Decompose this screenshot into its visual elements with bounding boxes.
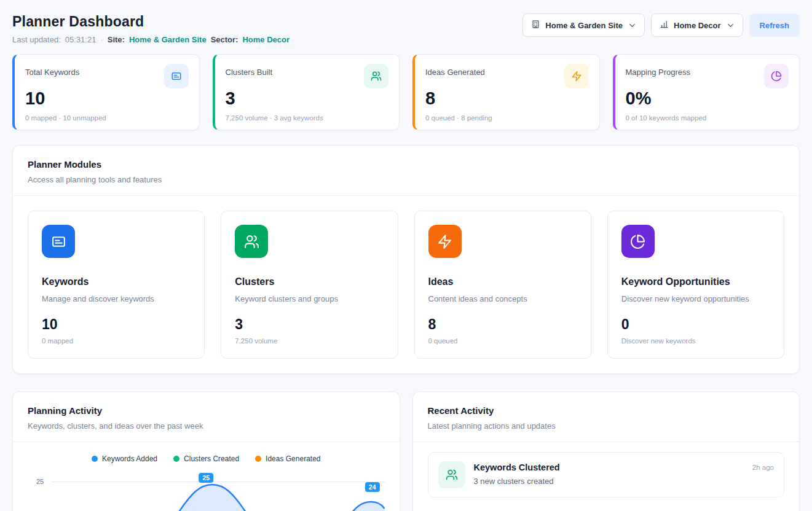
module-value: 10 <box>42 316 191 333</box>
legend-label: Keywords Added <box>102 454 157 463</box>
stat-subtext: 0 queued · 8 pending <box>425 114 589 122</box>
module-title: Clusters <box>235 276 384 287</box>
sector-label: Sector: <box>211 35 238 44</box>
feed-item-description: 3 new clusters created <box>474 477 744 486</box>
module-value: 0 <box>621 316 770 333</box>
keywords-area-series <box>50 474 385 511</box>
site-link[interactable]: Home & Garden Site <box>129 35 207 44</box>
site-selector-label: Home & Garden Site <box>545 21 623 30</box>
stat-label: Clusters Built <box>226 64 273 77</box>
bottom-row: Planning Activity Keywords, clusters, an… <box>12 391 800 511</box>
module-description: Manage and discover keywords <box>42 294 191 303</box>
legend-dot-blue <box>92 456 98 462</box>
sector-selector-dropdown[interactable]: Home Decor <box>651 14 743 37</box>
chevron-down-icon <box>726 21 735 29</box>
module-description: Keyword clusters and groups <box>235 294 384 303</box>
module-card-keyword-opportunities[interactable]: Keyword Opportunities Discover new keywo… <box>607 211 784 359</box>
module-description: Discover new keyword opportunities <box>621 294 770 303</box>
site-label: Site: <box>108 35 125 44</box>
feed-item-title: Keywords Clustered <box>474 462 744 472</box>
module-title: Ideas <box>428 276 577 287</box>
legend-label: Ideas Generated <box>266 454 320 463</box>
data-point-badge: 24 <box>365 482 380 492</box>
stat-card-total-keywords: Total Keywords 10 0 mapped · 10 unmapped <box>12 54 200 130</box>
module-subtext: 0 queued <box>428 337 577 345</box>
legend-label: Clusters Created <box>184 454 239 463</box>
bar-chart-icon <box>660 20 669 31</box>
y-axis-tick: 25 <box>36 478 44 485</box>
header-meta: Last updated: 05:31:21 · Site: Home & Ga… <box>12 35 290 44</box>
planning-activity-title: Planning Activity <box>28 405 385 416</box>
stat-label: Mapping Progress <box>626 64 691 77</box>
stat-subtext: 0 of 10 keywords mapped <box>626 114 789 122</box>
stat-card-mapping-progress: Mapping Progress 0% 0 of 10 keywords map… <box>613 54 800 130</box>
stat-label: Ideas Generated <box>425 64 485 77</box>
module-value: 3 <box>235 316 384 333</box>
site-selector-dropdown[interactable]: Home & Garden Site <box>522 14 645 37</box>
sector-link[interactable]: Home Decor <box>242 35 290 44</box>
meta-separator: · <box>100 35 103 44</box>
legend-item-keywords-added: Keywords Added <box>92 454 157 463</box>
module-subtext: Discover new keywords <box>621 337 770 345</box>
modules-grid: Keywords Manage and discover keywords 10… <box>28 211 784 359</box>
planning-activity-subtitle: Keywords, clusters, and ideas over the p… <box>28 421 385 431</box>
header: Planner Dashboard Last updated: 05:31:21… <box>12 14 800 44</box>
activity-feed-item[interactable]: Keywords Clustered 3 new clusters create… <box>428 452 785 497</box>
module-title: Keyword Opportunities <box>621 276 770 287</box>
recent-activity-card: Recent Activity Latest planning actions … <box>412 391 800 511</box>
module-description: Content ideas and concepts <box>428 294 577 303</box>
lightning-icon <box>428 225 462 258</box>
document-lines-icon <box>42 225 75 258</box>
last-updated-label: Last updated: <box>12 35 61 44</box>
modules-section-title: Planner Modules <box>28 159 784 170</box>
stat-value: 10 <box>25 88 189 109</box>
module-subtext: 7,250 volume <box>235 337 384 345</box>
module-value: 8 <box>428 316 577 333</box>
activity-chart: 25 25 24 <box>28 473 385 511</box>
legend-item-ideas-generated: Ideas Generated <box>255 454 320 463</box>
stat-card-ideas-generated: Ideas Generated 8 0 queued · 8 pending <box>412 54 600 130</box>
stat-label: Total Keywords <box>25 64 79 77</box>
modules-section-subtitle: Access all planning tools and features <box>28 175 784 184</box>
data-point-badge: 25 <box>199 473 213 483</box>
users-icon <box>438 461 465 488</box>
legend-dot-orange <box>255 456 261 462</box>
stat-value: 8 <box>425 88 589 109</box>
refresh-button[interactable]: Refresh <box>749 14 800 37</box>
module-card-ideas[interactable]: Ideas Content ideas and concepts 8 0 que… <box>414 211 591 359</box>
planner-dashboard-page: Planner Dashboard Last updated: 05:31:21… <box>0 0 812 511</box>
building-icon <box>531 20 540 31</box>
stats-row: Total Keywords 10 0 mapped · 10 unmapped… <box>12 54 800 130</box>
stat-value: 3 <box>226 88 389 109</box>
module-title: Keywords <box>42 276 191 287</box>
users-icon <box>364 64 388 88</box>
header-controls: Home & Garden Site Home Decor Refresh <box>522 14 800 37</box>
chart-legend: Keywords Added Clusters Created Ideas Ge… <box>28 454 385 463</box>
planning-activity-card: Planning Activity Keywords, clusters, an… <box>12 391 400 511</box>
module-card-keywords[interactable]: Keywords Manage and discover keywords 10… <box>28 211 205 359</box>
last-updated-value: 05:31:21 <box>65 35 97 44</box>
pie-chart-icon <box>764 64 789 88</box>
document-lines-icon <box>164 64 189 88</box>
users-icon <box>235 225 268 258</box>
header-left: Planner Dashboard Last updated: 05:31:21… <box>12 14 290 44</box>
lightning-icon <box>564 64 589 88</box>
recent-activity-title: Recent Activity <box>428 405 785 416</box>
recent-activity-subtitle: Latest planning actions and updates <box>428 421 785 431</box>
chevron-down-icon <box>628 21 636 29</box>
stat-subtext: 7,250 volume · 3 avg keywords <box>226 114 389 122</box>
page-title: Planner Dashboard <box>12 14 290 30</box>
stat-subtext: 0 mapped · 10 unmapped <box>25 114 189 122</box>
stat-value: 0% <box>626 88 789 109</box>
legend-item-clusters-created: Clusters Created <box>173 454 239 463</box>
sector-selector-label: Home Decor <box>674 21 721 30</box>
legend-dot-green <box>173 456 179 462</box>
feed-item-timestamp: 2h ago <box>752 461 774 471</box>
module-subtext: 0 mapped <box>42 337 191 345</box>
planner-modules-section: Planner Modules Access all planning tool… <box>12 145 800 374</box>
pie-chart-icon <box>621 225 655 258</box>
module-card-clusters[interactable]: Clusters Keyword clusters and groups 3 7… <box>221 211 398 359</box>
stat-card-clusters-built: Clusters Built 3 7,250 volume · 3 avg ke… <box>213 54 400 130</box>
feed-item-content: Keywords Clustered 3 new clusters create… <box>474 461 744 486</box>
